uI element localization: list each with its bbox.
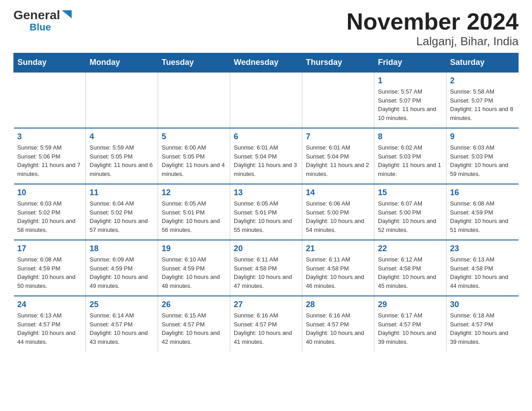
day-info: Sunrise: 6:03 AMSunset: 5:02 PMDaylight:… (17, 199, 82, 234)
header-day-sunday: Sunday (14, 53, 86, 73)
day-info: Sunrise: 6:12 AMSunset: 4:58 PMDaylight:… (378, 255, 442, 290)
day-number: 27 (234, 300, 298, 309)
calendar-cell: 7Sunrise: 6:01 AMSunset: 5:04 PMDaylight… (302, 128, 374, 184)
calendar-cell: 15Sunrise: 6:07 AMSunset: 5:00 PMDayligh… (374, 184, 446, 240)
calendar-cell: 24Sunrise: 6:13 AMSunset: 4:57 PMDayligh… (14, 296, 86, 351)
calendar-cell: 28Sunrise: 6:16 AMSunset: 4:57 PMDayligh… (302, 296, 374, 351)
day-info: Sunrise: 6:05 AMSunset: 5:01 PMDaylight:… (162, 199, 226, 234)
page-header: General Blue November 2024 Lalganj, Biha… (13, 9, 519, 48)
day-info: Sunrise: 6:04 AMSunset: 5:02 PMDaylight:… (90, 199, 154, 234)
calendar-cell: 13Sunrise: 6:05 AMSunset: 5:01 PMDayligh… (230, 184, 302, 240)
calendar-table: SundayMondayTuesdayWednesdayThursdayFrid… (13, 53, 519, 351)
calendar-cell: 17Sunrise: 6:08 AMSunset: 4:59 PMDayligh… (14, 240, 86, 296)
calendar-cell: 27Sunrise: 6:16 AMSunset: 4:57 PMDayligh… (230, 296, 302, 351)
day-info: Sunrise: 5:58 AMSunset: 5:07 PMDaylight:… (450, 87, 515, 122)
day-info: Sunrise: 6:01 AMSunset: 5:04 PMDaylight:… (306, 143, 370, 178)
day-info: Sunrise: 6:11 AMSunset: 4:58 PMDaylight:… (234, 255, 298, 290)
day-number: 6 (234, 132, 298, 141)
day-info: Sunrise: 6:09 AMSunset: 4:59 PMDaylight:… (90, 255, 154, 290)
calendar-cell (86, 72, 158, 128)
day-number: 8 (378, 132, 442, 141)
header-day-monday: Monday (86, 53, 158, 73)
calendar-cell (14, 72, 86, 128)
day-number: 23 (450, 244, 515, 253)
day-info: Sunrise: 6:11 AMSunset: 4:58 PMDaylight:… (306, 255, 370, 290)
day-info: Sunrise: 6:18 AMSunset: 4:57 PMDaylight:… (450, 311, 515, 346)
calendar-cell (158, 72, 230, 128)
calendar-week-2: 3Sunrise: 5:59 AMSunset: 5:06 PMDaylight… (14, 128, 519, 184)
calendar-cell: 3Sunrise: 5:59 AMSunset: 5:06 PMDaylight… (14, 128, 86, 184)
day-info: Sunrise: 5:57 AMSunset: 5:07 PMDaylight:… (378, 87, 442, 122)
calendar-cell: 30Sunrise: 6:18 AMSunset: 4:57 PMDayligh… (446, 296, 519, 351)
day-number: 1 (378, 76, 442, 86)
day-info: Sunrise: 5:59 AMSunset: 5:05 PMDaylight:… (90, 143, 154, 178)
calendar-cell: 4Sunrise: 5:59 AMSunset: 5:05 PMDaylight… (86, 128, 158, 184)
logo: General Blue (13, 9, 72, 33)
calendar-cell: 5Sunrise: 6:00 AMSunset: 5:05 PMDaylight… (158, 128, 230, 184)
calendar-cell: 18Sunrise: 6:09 AMSunset: 4:59 PMDayligh… (86, 240, 158, 296)
day-number: 19 (162, 244, 226, 253)
day-number: 21 (306, 244, 370, 253)
day-info: Sunrise: 6:02 AMSunset: 5:03 PMDaylight:… (378, 143, 442, 178)
calendar-cell: 29Sunrise: 6:17 AMSunset: 4:57 PMDayligh… (374, 296, 446, 351)
day-info: Sunrise: 6:15 AMSunset: 4:57 PMDaylight:… (162, 311, 226, 346)
day-info: Sunrise: 6:14 AMSunset: 4:57 PMDaylight:… (90, 311, 154, 346)
logo-triangle-icon (62, 10, 72, 18)
calendar-cell (230, 72, 302, 128)
day-number: 15 (378, 188, 442, 197)
day-info: Sunrise: 6:16 AMSunset: 4:57 PMDaylight:… (306, 311, 370, 346)
day-info: Sunrise: 6:17 AMSunset: 4:57 PMDaylight:… (378, 311, 442, 346)
calendar-cell: 23Sunrise: 6:13 AMSunset: 4:58 PMDayligh… (446, 240, 519, 296)
day-number: 12 (162, 188, 226, 197)
day-number: 13 (234, 188, 298, 197)
svg-marker-0 (62, 10, 72, 18)
day-info: Sunrise: 6:07 AMSunset: 5:00 PMDaylight:… (378, 199, 442, 234)
calendar-week-5: 24Sunrise: 6:13 AMSunset: 4:57 PMDayligh… (14, 296, 519, 351)
header-day-wednesday: Wednesday (230, 53, 302, 73)
calendar-subtitle: Lalganj, Bihar, India (347, 34, 519, 48)
day-info: Sunrise: 6:08 AMSunset: 4:59 PMDaylight:… (450, 199, 515, 234)
day-info: Sunrise: 6:03 AMSunset: 5:03 PMDaylight:… (450, 143, 515, 178)
calendar-cell: 9Sunrise: 6:03 AMSunset: 5:03 PMDaylight… (446, 128, 519, 184)
calendar-cell: 21Sunrise: 6:11 AMSunset: 4:58 PMDayligh… (302, 240, 374, 296)
header-day-thursday: Thursday (302, 53, 374, 73)
calendar-cell: 6Sunrise: 6:01 AMSunset: 5:04 PMDaylight… (230, 128, 302, 184)
header-day-saturday: Saturday (446, 53, 519, 73)
logo-general-text: General (13, 9, 60, 21)
title-block: November 2024 Lalganj, Bihar, India (347, 9, 519, 48)
day-number: 20 (234, 244, 298, 253)
day-number: 10 (17, 188, 82, 197)
calendar-title: November 2024 (347, 9, 519, 34)
day-number: 9 (450, 132, 515, 141)
day-info: Sunrise: 6:16 AMSunset: 4:57 PMDaylight:… (234, 311, 298, 346)
day-number: 14 (306, 188, 370, 197)
day-number: 17 (17, 244, 82, 253)
calendar-cell: 12Sunrise: 6:05 AMSunset: 5:01 PMDayligh… (158, 184, 230, 240)
day-number: 5 (162, 132, 226, 141)
day-number: 22 (378, 244, 442, 253)
calendar-week-3: 10Sunrise: 6:03 AMSunset: 5:02 PMDayligh… (14, 184, 519, 240)
calendar-cell: 25Sunrise: 6:14 AMSunset: 4:57 PMDayligh… (86, 296, 158, 351)
calendar-week-1: 1Sunrise: 5:57 AMSunset: 5:07 PMDaylight… (14, 72, 519, 128)
calendar-cell: 20Sunrise: 6:11 AMSunset: 4:58 PMDayligh… (230, 240, 302, 296)
day-info: Sunrise: 6:13 AMSunset: 4:57 PMDaylight:… (17, 311, 82, 346)
calendar-header-row: SundayMondayTuesdayWednesdayThursdayFrid… (14, 53, 519, 73)
day-number: 2 (450, 76, 515, 86)
header-day-friday: Friday (374, 53, 446, 73)
day-number: 25 (90, 300, 154, 309)
calendar-cell: 10Sunrise: 6:03 AMSunset: 5:02 PMDayligh… (14, 184, 86, 240)
day-info: Sunrise: 5:59 AMSunset: 5:06 PMDaylight:… (17, 143, 82, 178)
day-info: Sunrise: 6:00 AMSunset: 5:05 PMDaylight:… (162, 143, 226, 178)
calendar-cell (302, 72, 374, 128)
calendar-cell: 11Sunrise: 6:04 AMSunset: 5:02 PMDayligh… (86, 184, 158, 240)
calendar-cell: 26Sunrise: 6:15 AMSunset: 4:57 PMDayligh… (158, 296, 230, 351)
calendar-cell: 22Sunrise: 6:12 AMSunset: 4:58 PMDayligh… (374, 240, 446, 296)
calendar-cell: 2Sunrise: 5:58 AMSunset: 5:07 PMDaylight… (446, 72, 519, 128)
logo-blue-text: Blue (30, 21, 51, 33)
day-number: 3 (17, 132, 82, 141)
calendar-cell: 1Sunrise: 5:57 AMSunset: 5:07 PMDaylight… (374, 72, 446, 128)
calendar-week-4: 17Sunrise: 6:08 AMSunset: 4:59 PMDayligh… (14, 240, 519, 296)
day-info: Sunrise: 6:10 AMSunset: 4:59 PMDaylight:… (162, 255, 226, 290)
day-number: 24 (17, 300, 82, 309)
day-number: 11 (90, 188, 154, 197)
